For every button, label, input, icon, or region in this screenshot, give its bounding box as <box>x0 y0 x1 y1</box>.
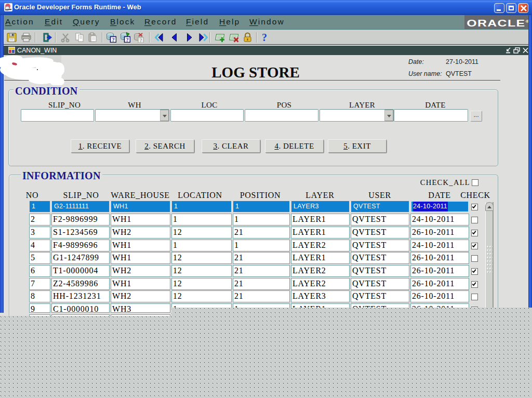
svg-text:?: ? <box>140 37 142 43</box>
svg-text:?: ? <box>262 32 267 43</box>
svg-text:?: ? <box>126 36 129 43</box>
svg-text:?: ? <box>112 36 115 43</box>
